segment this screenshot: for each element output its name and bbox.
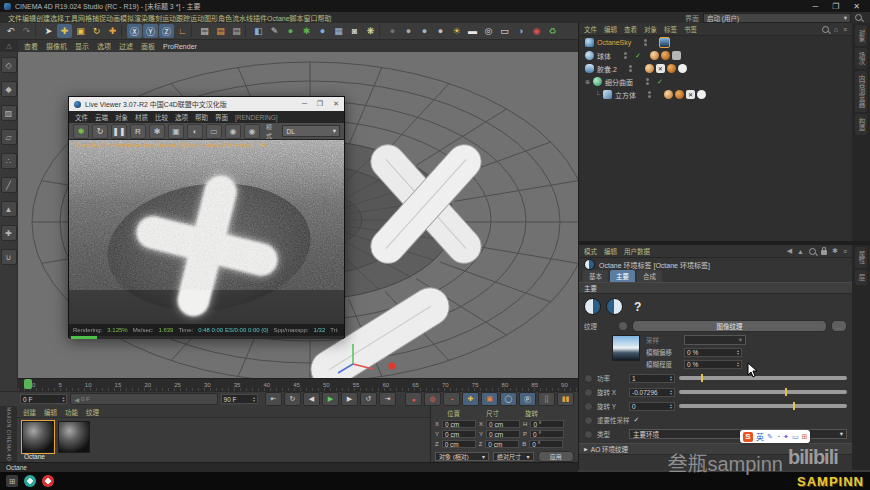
om-menu-item[interactable]: 编辑 (604, 24, 617, 34)
octane-specular-material-icon[interactable]: ● (417, 24, 432, 38)
lv-menu-item[interactable]: 帮助 (195, 112, 208, 122)
octane-arealight-icon[interactable]: ▬ (465, 24, 480, 38)
section-header[interactable]: 主要 (579, 282, 852, 294)
object-row[interactable]: 胶囊.2 ✕ (579, 62, 852, 75)
end-frame-field[interactable]: 90 F▴▾ (221, 394, 258, 404)
om-menu-item[interactable]: 文件 (584, 24, 597, 34)
enable-axis-icon[interactable]: ✚ (1, 225, 17, 241)
dock-tab[interactable]: 对象 (855, 25, 867, 46)
texture-thumbnail[interactable] (612, 335, 640, 361)
mesh-tag-icon[interactable] (697, 90, 706, 99)
texture-browse-button[interactable]: … (831, 320, 847, 332)
taskbar-app-icon-2[interactable] (24, 475, 36, 487)
key-circle-icon[interactable] (584, 416, 593, 425)
om-menu-item[interactable]: 对象 (644, 24, 657, 34)
lv-close-button[interactable]: ✕ (333, 100, 339, 108)
lv-material-picker-icon[interactable]: ◐ (187, 124, 203, 139)
apply-button[interactable]: 应用 (538, 451, 574, 462)
object-row[interactable]: ⊕ 细分曲面 ✓ (579, 75, 852, 88)
goto-start-button[interactable]: ⇤ (265, 392, 282, 406)
material-menu-item[interactable]: 编辑 (44, 407, 57, 417)
octane-object-tag-icon[interactable] (675, 90, 684, 99)
render-view-icon[interactable]: ▤ (197, 24, 212, 38)
menu-item[interactable]: 编辑 (22, 15, 36, 22)
dock-tab[interactable]: 层 (855, 270, 867, 285)
material-name[interactable]: Octane (24, 453, 45, 460)
om-search-icon[interactable] (822, 26, 829, 33)
maximize-button[interactable]: ❐ (832, 2, 839, 11)
menu-item[interactable]: 选择 (50, 15, 64, 22)
lv-menu-item[interactable]: 界面 (215, 112, 228, 122)
menu-item[interactable]: 动画 (106, 15, 120, 22)
sogou-icon[interactable]: S (743, 432, 753, 442)
current-frame-field[interactable]: 0 F▴▾ (20, 394, 67, 404)
texture-shader-button[interactable]: 图像纹理 (632, 320, 827, 332)
viewport-menu-item[interactable]: 查看 (24, 41, 38, 51)
dock-tab[interactable]: 内容浏览器 (855, 71, 867, 112)
lv-menu-item[interactable]: 对象 (115, 112, 128, 122)
lv-menu-item[interactable]: 云端 (95, 112, 108, 122)
object-name[interactable]: 细分曲面 (605, 77, 633, 87)
enabled-check-icon[interactable]: ✓ (635, 52, 641, 60)
lv-minimize-button[interactable]: ─ (302, 100, 307, 108)
autokey-button[interactable]: ◔ (443, 392, 460, 406)
separator[interactable] (379, 25, 384, 37)
timeline-playhead[interactable] (24, 379, 32, 389)
ime-lang-indicator[interactable]: 英 (756, 431, 764, 442)
menu-item[interactable]: 渲染 (134, 15, 148, 22)
deformer-icon[interactable]: ✱ (299, 24, 314, 38)
search-icon[interactable] (855, 14, 862, 21)
om-menu-item[interactable]: 书签 (684, 24, 697, 34)
history-back-icon[interactable]: ◀ (787, 247, 792, 255)
octane-object-tag-icon[interactable] (661, 51, 670, 60)
menu-item[interactable]: 窗口 (304, 15, 318, 22)
viewport-menu-item[interactable]: 选项 (97, 41, 111, 51)
blur-scale-field[interactable]: 0 %▴▾ (684, 360, 742, 369)
menu-item[interactable]: 运动图形 (190, 15, 218, 22)
am-search-icon[interactable] (809, 248, 816, 255)
importance-checkbox[interactable]: ✓ (634, 416, 640, 424)
loop-button[interactable]: ↻ (284, 392, 301, 406)
last-tool-icon[interactable]: ✚ (105, 24, 120, 38)
rotate-tool-icon[interactable]: ↻ (89, 24, 104, 38)
undo-icon[interactable]: ↶ (3, 24, 18, 38)
material-thumbnail-2[interactable] (58, 421, 90, 453)
expand-icon[interactable]: ⊕ (585, 78, 590, 85)
rotx-field[interactable]: -0.07296▴▾ (629, 388, 675, 397)
ime-toolbar[interactable]: S 英 ✎◔✦▭⊞ (740, 430, 810, 443)
visibility-dots[interactable] (620, 52, 630, 59)
spline-pen-icon[interactable]: ✎ (267, 24, 282, 38)
type-dropdown[interactable]: 主要环境▾ (629, 429, 847, 439)
texture-mode-icon[interactable]: ▨ (1, 105, 17, 121)
am-menu-item[interactable]: 编辑 (604, 246, 617, 256)
camera-icon[interactable]: ◙ (347, 24, 362, 38)
polygons-mode-icon[interactable]: ▲ (1, 201, 17, 217)
lv-settings-icon[interactable]: ✱ (73, 124, 89, 139)
material-menu-item[interactable]: 纹理 (86, 407, 99, 417)
render-picture-viewer-icon[interactable]: ▤ (213, 24, 228, 38)
om-home-icon[interactable]: ⌂ (834, 26, 838, 33)
object-row[interactable]: 球体 ✓ (579, 49, 852, 62)
dock-tab[interactable]: 属性 (855, 247, 867, 268)
lv-menu-item[interactable]: 文件 (75, 112, 88, 122)
timeline-ruler[interactable]: 051015202530354045505560657075808590 (18, 378, 578, 391)
am-menu-item[interactable]: 模式 (584, 246, 597, 256)
menu-item[interactable]: 捕捉 (92, 15, 106, 22)
environment-icon[interactable]: ● (315, 24, 330, 38)
next-frame-button[interactable]: ▶ (341, 392, 358, 406)
dock-tab[interactable]: 场次 (855, 48, 867, 69)
phong-tag-icon[interactable] (645, 64, 654, 73)
key-record-position-button[interactable]: ◍ (424, 392, 441, 406)
object-row[interactable]: └ 立方体 ✕ (579, 88, 852, 101)
x-axis-lock-icon[interactable]: Ⓧ (127, 24, 142, 38)
scale-tool-icon[interactable]: ▣ (73, 24, 88, 38)
menu-item[interactable]: 文件 (8, 15, 22, 22)
ime-tool-icon-1[interactable]: ✎ (767, 433, 773, 441)
redo-icon[interactable]: ↷ (19, 24, 34, 38)
ime-tool-icon-2[interactable]: ◔ (776, 433, 780, 440)
separator[interactable] (191, 25, 196, 37)
minimize-button[interactable]: ─ (812, 2, 818, 11)
help-icon[interactable]: ? (634, 300, 641, 314)
edges-mode-icon[interactable]: ╱ (1, 177, 17, 193)
timeline-mode-icon[interactable]: ▮▮ (557, 392, 574, 406)
